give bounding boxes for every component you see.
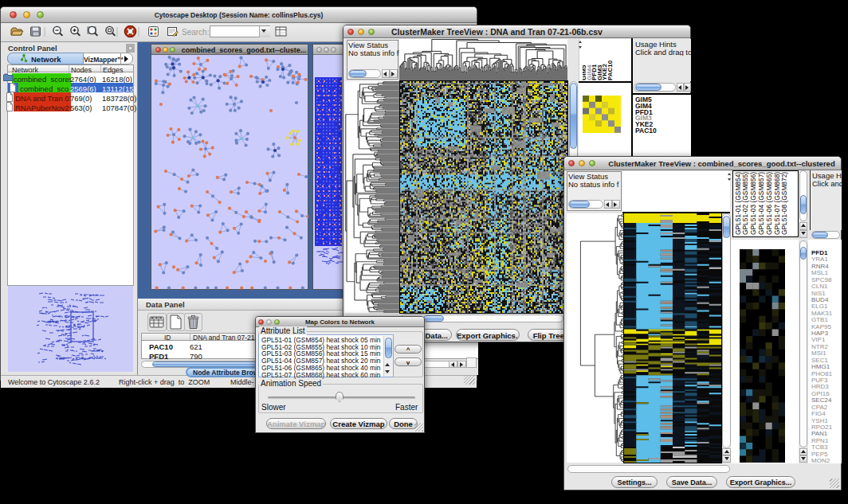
svg-text:GPL51-07 (GSM868): GPL51-07 (GSM868) <box>773 172 781 235</box>
svg-text:PAC10: PAC10 <box>607 60 614 80</box>
svg-text:GPL51-02 (GSM855): GPL51-02 (GSM855) <box>741 172 749 235</box>
svg-text:GPL51-08 (GSM872): GPL51-08 (GSM872) <box>780 172 788 235</box>
svg-text:GPL51-06 (GSM865): GPL51-06 (GSM865) <box>765 172 773 235</box>
svg-text:GPL51-01 (GSM854): GPL51-01 (GSM854) <box>734 172 742 235</box>
svg-text:GPL51-04 (GSM857): GPL51-04 (GSM857) <box>757 172 765 235</box>
svg-text:GPL51-03 (GSM856): GPL51-03 (GSM856) <box>749 172 757 235</box>
